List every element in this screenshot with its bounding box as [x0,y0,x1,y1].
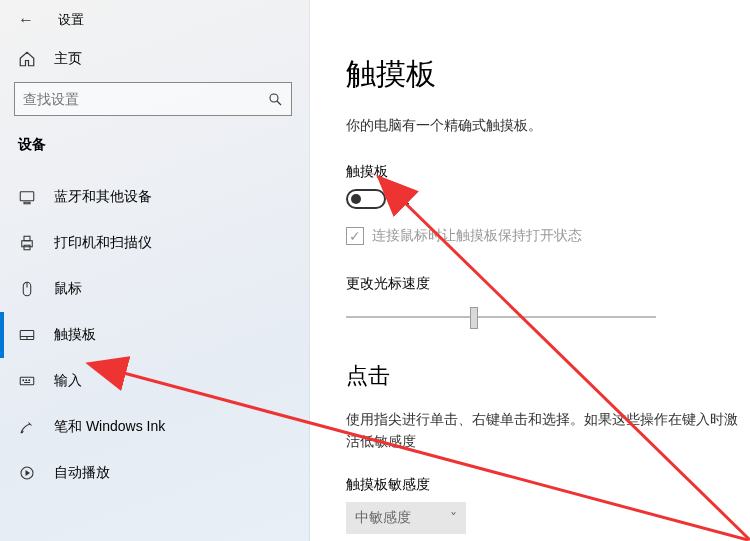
nav-printers[interactable]: 打印机和扫描仪 [0,220,309,266]
sensitivity-label: 触摸板敏感度 [346,476,750,494]
svg-rect-6 [24,245,30,250]
chevron-down-icon: ˅ [450,510,457,526]
keep-on-mouse-label: 连接鼠标时让触摸板保持打开状态 [372,227,582,245]
svg-rect-2 [20,192,34,201]
tap-description: 使用指尖进行单击、右键单击和选择。如果这些操作在键入时激活低敏感度 [346,409,750,452]
svg-rect-12 [20,377,34,385]
app-title: 设置 [58,11,84,29]
settings-sidebar: ← 设置 主页 设备 蓝牙和其他设备 [0,0,310,541]
nav-label: 输入 [54,372,82,390]
tap-heading: 点击 [346,361,750,391]
keep-on-mouse-checkbox[interactable]: ✓ [346,227,364,245]
search-box[interactable] [14,82,292,116]
autoplay-icon [18,464,36,482]
sensitivity-dropdown[interactable]: 中敏感度 ˅ [346,502,466,534]
svg-line-1 [277,101,281,105]
search-input[interactable] [23,91,267,107]
slider-track [346,316,656,318]
touchpad-toggle[interactable] [346,189,386,209]
pen-icon [18,418,36,436]
nav-label: 触摸板 [54,326,96,344]
nav-label: 自动播放 [54,464,110,482]
printer-icon [18,234,36,252]
nav-bluetooth[interactable]: 蓝牙和其他设备 [0,174,309,220]
svg-rect-5 [24,236,30,241]
svg-point-15 [29,380,30,381]
home-label: 主页 [54,50,82,68]
keyboard-icon [18,372,36,390]
nav-typing[interactable]: 输入 [0,358,309,404]
mouse-icon [18,280,36,298]
cursor-speed-label: 更改光标速度 [346,275,750,293]
nav-autoplay[interactable]: 自动播放 [0,450,309,496]
nav-label: 打印机和扫描仪 [54,234,152,252]
svg-point-13 [23,380,24,381]
bluetooth-icon [18,188,36,206]
nav-pen[interactable]: 笔和 Windows Ink [0,404,309,450]
nav-touchpad[interactable]: 触摸板 [0,312,309,358]
section-title: 设备 [0,132,309,164]
sensitivity-value: 中敏感度 [355,509,411,527]
nav-mouse[interactable]: 鼠标 [0,266,309,312]
slider-thumb[interactable] [470,307,478,329]
cursor-speed-slider[interactable] [346,303,656,331]
touchpad-toggle-label: 触摸板 [346,163,750,181]
touchpad-icon [18,326,36,344]
back-icon[interactable]: ← [18,11,34,29]
svg-marker-18 [26,470,31,476]
touchpad-toggle-state: 关 [396,190,410,208]
page-heading: 触摸板 [346,54,750,95]
svg-point-14 [26,380,27,381]
home-nav[interactable]: 主页 [0,40,309,82]
nav-label: 笔和 Windows Ink [54,418,165,436]
home-icon [18,50,36,68]
settings-main: 触摸板 你的电脑有一个精确式触摸板。 触摸板 关 ✓ 连接鼠标时让触摸板保持打开… [310,0,750,541]
device-nav: 蓝牙和其他设备 打印机和扫描仪 鼠标 触摸板 [0,174,309,496]
svg-point-0 [270,94,278,102]
page-description: 你的电脑有一个精确式触摸板。 [346,117,750,135]
nav-label: 蓝牙和其他设备 [54,188,152,206]
svg-rect-3 [24,202,30,204]
search-icon [267,91,283,107]
svg-rect-4 [22,241,33,247]
nav-label: 鼠标 [54,280,82,298]
